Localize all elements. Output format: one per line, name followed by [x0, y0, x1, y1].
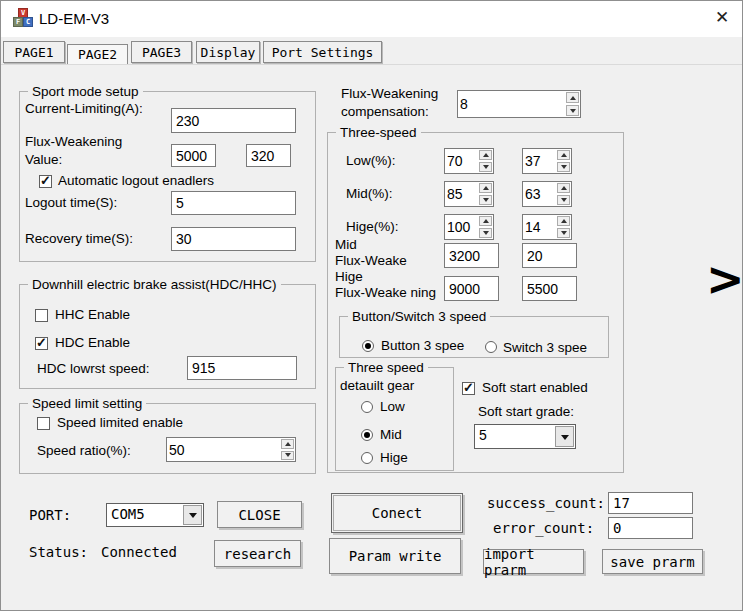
hdc-lowest-speed-input[interactable] — [187, 356, 297, 380]
speed-limited-enable-checkbox[interactable] — [37, 417, 50, 430]
gear-mid-label: Mid — [380, 427, 402, 442]
soft-start-grade-label: Soft start grade: — [478, 404, 574, 419]
recovery-time-label: Recovery time(S): — [25, 231, 133, 246]
tab-page3[interactable]: PAGE3 — [131, 41, 192, 63]
flux-comp-input[interactable] — [458, 91, 565, 117]
low-percent-input-1[interactable] — [445, 149, 478, 173]
low-percent-spinner-1 — [444, 148, 494, 174]
flux-comp-label-line2: compensation: — [341, 104, 429, 119]
flux-weakening-value2-input[interactable] — [246, 144, 291, 167]
spin-up-icon[interactable] — [557, 216, 570, 226]
import-param-button[interactable]: import prarm — [483, 549, 584, 574]
button-3-speed-radio[interactable] — [362, 340, 374, 352]
soft-start-grade-value: 5 — [479, 427, 487, 443]
spin-down-icon[interactable] — [557, 228, 570, 238]
mid-flux-input-1[interactable] — [444, 243, 499, 268]
port-select[interactable]: COM5 — [106, 503, 204, 527]
flux-comp-label-line1: Flux-Weakening — [341, 86, 438, 101]
flux-weakening-value-label-line1: Flux-Weakening — [25, 134, 122, 149]
tab-display[interactable]: Display — [196, 41, 260, 63]
gear-mid-radio[interactable] — [361, 429, 373, 441]
success-count-label: success_count: — [487, 495, 605, 511]
mid-percent-label: Mid(%): — [346, 186, 393, 201]
low-percent-spinner-2 — [522, 148, 572, 174]
spin-down-icon[interactable] — [479, 228, 492, 238]
hige-percent-spinner-1 — [444, 214, 494, 240]
spin-down-icon[interactable] — [557, 195, 570, 205]
connect-button[interactable]: Conect — [331, 493, 463, 533]
hige-flux-label-line2: Flux-Weake ning — [335, 285, 436, 300]
low-percent-input-2[interactable] — [523, 149, 556, 173]
mid-percent-input-1[interactable] — [445, 182, 478, 206]
param-write-button[interactable]: Param write — [329, 538, 461, 574]
hdc-enable-label: HDC Enable — [55, 335, 130, 350]
recovery-time-input[interactable] — [171, 227, 296, 251]
mid-flux-input-2[interactable] — [522, 243, 577, 268]
hige-percent-input-1[interactable] — [445, 215, 478, 239]
error-count-input[interactable] — [608, 517, 693, 539]
hhc-enable-checkbox[interactable] — [35, 309, 48, 322]
spin-down-icon[interactable] — [479, 195, 492, 205]
spin-up-icon[interactable] — [479, 183, 492, 193]
soft-start-enabled-checkbox[interactable] — [462, 382, 475, 395]
mid-flux-label-line2: Flux-Weake — [335, 253, 407, 268]
chevron-down-icon[interactable] — [183, 505, 202, 525]
error-count-label: error_count: — [493, 520, 594, 536]
group-default-gear-caption: Three speed — [344, 360, 428, 375]
app-icon-block-c: C — [23, 17, 33, 27]
status-label: Status: — [29, 544, 88, 560]
auto-logout-checkbox[interactable] — [39, 175, 52, 188]
current-limiting-label: Current-Limiting(A): — [25, 101, 143, 116]
save-param-button[interactable]: save prarm — [602, 549, 703, 574]
close-icon[interactable]: ✕ — [701, 1, 743, 33]
tab-page2[interactable]: PAGE2 — [67, 44, 128, 65]
speed-ratio-spin-up-icon[interactable] — [281, 439, 294, 449]
chevron-down-icon[interactable] — [555, 426, 574, 447]
app-window: V F C LD-EM-V3 ✕ PAGE1 PAGE2 PAGE3 Displ… — [0, 0, 743, 611]
spin-up-icon[interactable] — [479, 150, 492, 160]
flux-comp-spin-up-icon[interactable] — [566, 92, 579, 103]
spin-up-icon[interactable] — [557, 183, 570, 193]
hdc-lowest-speed-label: HDC lowrst speed: — [37, 361, 150, 376]
button-3-speed-label: Button 3 spee — [381, 338, 464, 353]
speed-limited-enable-label: Speed limited enable — [57, 415, 183, 430]
current-limiting-input[interactable] — [171, 108, 296, 133]
spin-up-icon[interactable] — [479, 216, 492, 226]
switch-3-speed-radio[interactable] — [485, 341, 497, 353]
hige-percent-spinner-2 — [522, 214, 572, 240]
app-icon-block-f: F — [13, 17, 23, 27]
success-count-input[interactable] — [608, 492, 693, 514]
mid-percent-input-2[interactable] — [523, 182, 556, 206]
hige-flux-input-2[interactable] — [522, 276, 577, 301]
gear-low-label: Low — [380, 399, 405, 414]
group-downhill-brake-caption: Downhill electric brake assist(HDC/HHC) — [28, 277, 281, 292]
speed-ratio-input[interactable] — [167, 438, 280, 461]
spin-down-icon[interactable] — [557, 162, 570, 172]
gear-hige-radio[interactable] — [361, 452, 373, 464]
speed-ratio-label: Speed ratio(%): — [37, 443, 131, 458]
default-gear-subtitle: detauilt gear — [340, 378, 414, 393]
hige-flux-input-1[interactable] — [444, 276, 499, 301]
tab-page1[interactable]: PAGE1 — [3, 41, 65, 63]
hdc-enable-checkbox[interactable] — [35, 337, 48, 350]
close-port-button[interactable]: CLOSE — [217, 501, 302, 528]
hige-percent-input-2[interactable] — [523, 215, 556, 239]
soft-start-enabled-label: Soft start enabled — [482, 380, 588, 395]
soft-start-grade-select[interactable]: 5 — [474, 424, 576, 449]
gear-low-radio[interactable] — [361, 401, 373, 413]
flux-comp-spin-down-icon[interactable] — [566, 105, 579, 116]
switch-3-speed-label: Switch 3 spee — [503, 340, 587, 355]
group-speed-limit-caption: Speed limit setting — [28, 396, 146, 411]
group-three-speed-caption: Three-speed — [336, 125, 421, 140]
flux-weakening-value1-input[interactable] — [171, 144, 216, 167]
logout-time-input[interactable] — [171, 191, 296, 215]
flux-weakening-value-label-line2: Value: — [25, 152, 62, 167]
mid-flux-label-line1: Mid — [335, 237, 357, 252]
spin-up-icon[interactable] — [557, 150, 570, 160]
speed-ratio-spin-down-icon[interactable] — [281, 451, 294, 461]
window-title: LD-EM-V3 — [39, 10, 109, 27]
spin-down-icon[interactable] — [479, 162, 492, 172]
research-button[interactable]: research — [214, 540, 301, 567]
panel-expander-icon[interactable]: > — [706, 256, 743, 302]
tab-port-settings[interactable]: Port Settings — [263, 41, 382, 63]
